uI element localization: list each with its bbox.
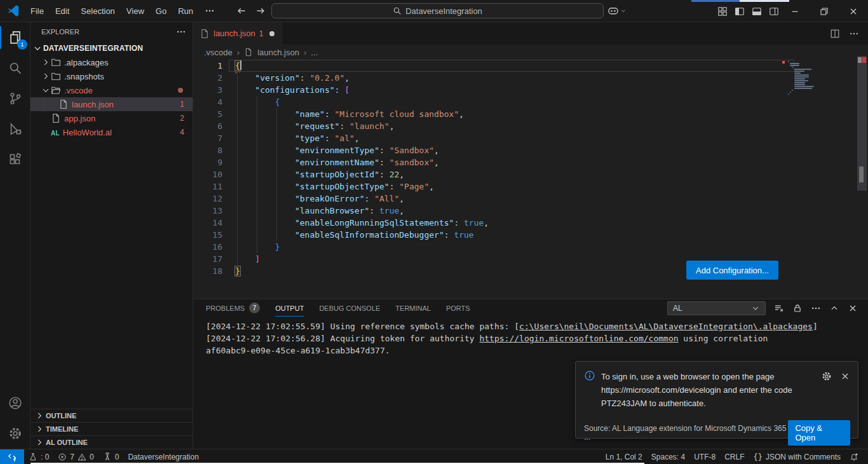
chevron-right-icon bbox=[34, 437, 44, 447]
panel-tab-problems[interactable]: PROBLEMS7 bbox=[206, 299, 260, 317]
section-outline[interactable]: OUTLINE bbox=[31, 409, 193, 422]
explorer-more-actions-icon[interactable] bbox=[176, 27, 186, 37]
remote-indicator[interactable] bbox=[0, 449, 24, 464]
activity-search[interactable] bbox=[0, 53, 31, 83]
modified-dot-icon[interactable] bbox=[269, 31, 275, 36]
breadcrumb: .vscode›launch.json›... bbox=[193, 44, 868, 60]
tree-item-launch-json[interactable]: launch.json1 bbox=[31, 97, 193, 111]
notification-settings-icon[interactable] bbox=[822, 371, 832, 381]
tree-item-snapshots[interactable]: .snapshots bbox=[31, 69, 193, 83]
panel-tab-debug-console[interactable]: DEBUG CONSOLE bbox=[319, 299, 380, 317]
line-number: 18 bbox=[193, 265, 222, 277]
menu-more-icon[interactable] bbox=[199, 6, 220, 16]
indentation[interactable]: Spaces: 4 bbox=[647, 449, 689, 464]
extensions-icon bbox=[8, 153, 22, 167]
restore-icon[interactable] bbox=[810, 0, 839, 22]
file-icon bbox=[244, 48, 253, 57]
panel-tab-terminal[interactable]: TERMINAL bbox=[395, 299, 431, 317]
panel-tab-output[interactable]: OUTPUT bbox=[275, 299, 304, 317]
cursor-position[interactable]: Ln 1, Col 2 bbox=[601, 449, 647, 464]
status-bar: : 0700DataverseIntegration Ln 1, Col 2Sp… bbox=[0, 449, 868, 464]
nav-back-icon[interactable] bbox=[236, 6, 247, 16]
problems-status[interactable]: 70 bbox=[53, 449, 98, 464]
add-configuration-label: Add Configuration... bbox=[696, 266, 769, 275]
project-name[interactable]: DataverseIntegration bbox=[123, 449, 203, 464]
lock-scroll-icon[interactable] bbox=[792, 303, 803, 313]
activity-explorer[interactable]: 1 bbox=[0, 22, 31, 53]
command-center-search[interactable]: DataverseIntegration bbox=[271, 3, 604, 18]
copy-open-button[interactable]: Copy & Open bbox=[788, 420, 850, 446]
breadcrumb-item[interactable]: .vscode bbox=[204, 48, 233, 57]
file-icon bbox=[58, 99, 69, 109]
minimap[interactable] bbox=[788, 61, 826, 95]
line-number: 13 bbox=[193, 205, 222, 217]
accounts-button[interactable] bbox=[0, 388, 31, 418]
layout-controls bbox=[717, 0, 779, 22]
breadcrumb-item[interactable]: ... bbox=[311, 48, 318, 57]
settings-button[interactable] bbox=[0, 418, 31, 449]
tree-item-vscode[interactable]: .vscode bbox=[31, 83, 193, 97]
toggle-sidebar-icon[interactable] bbox=[735, 6, 745, 17]
braces-icon: {} bbox=[754, 453, 763, 461]
al-snapshots-status[interactable]: : 0 bbox=[24, 449, 53, 464]
line-number: 17 bbox=[193, 253, 222, 265]
minimap-line bbox=[794, 84, 806, 85]
copilot-button[interactable] bbox=[607, 5, 627, 17]
encoding[interactable]: UTF-8 bbox=[689, 449, 720, 464]
menu-go[interactable]: Go bbox=[150, 0, 172, 22]
toggle-panel-icon[interactable] bbox=[752, 6, 762, 17]
tree-item-helloworld-al[interactable]: ALHelloWorld.al4 bbox=[31, 125, 193, 139]
minimap-line bbox=[794, 72, 801, 74]
close-window-icon[interactable] bbox=[839, 0, 868, 22]
close-panel-icon[interactable] bbox=[848, 303, 858, 313]
tab-launch-json[interactable]: launch.json 1 bbox=[193, 22, 282, 44]
split-editor-icon[interactable] bbox=[830, 29, 840, 39]
output-link[interactable]: https://login.microsoftonline.com/common bbox=[479, 334, 678, 343]
menu-selection[interactable]: Selection bbox=[75, 0, 120, 22]
code-line-15: 15 "enableSqlInformationDebugger": true bbox=[193, 229, 868, 241]
line-number: 6 bbox=[193, 120, 222, 132]
folder-icon bbox=[51, 85, 61, 95]
line-number: 14 bbox=[193, 217, 222, 229]
eol-sequence[interactable]: CRLF bbox=[720, 449, 749, 464]
editor-more-actions-icon[interactable] bbox=[849, 29, 859, 39]
menu-file[interactable]: File bbox=[25, 0, 50, 22]
section-al-outline[interactable]: AL OUTLINE bbox=[31, 435, 193, 449]
menu-run[interactable]: Run bbox=[172, 0, 199, 22]
search-icon bbox=[393, 6, 402, 15]
minimize-icon[interactable] bbox=[780, 0, 810, 22]
customize-layout-icon[interactable] bbox=[717, 6, 728, 17]
breadcrumb-item[interactable]: launch.json bbox=[257, 48, 299, 57]
notifications-bell[interactable] bbox=[845, 449, 863, 464]
activity-run-debug[interactable] bbox=[0, 114, 31, 144]
section-timeline[interactable]: TIMELINE bbox=[31, 422, 193, 435]
root-folder-label: DATAVERSEINTEGRATION bbox=[43, 44, 143, 53]
code-line-16: 16 } bbox=[193, 241, 868, 253]
panel-more-actions-icon[interactable] bbox=[811, 303, 821, 313]
minimap-line bbox=[794, 78, 806, 79]
add-configuration-button[interactable]: Add Configuration... bbox=[686, 261, 778, 280]
menu-edit[interactable]: Edit bbox=[50, 0, 75, 22]
folder-icon bbox=[51, 57, 61, 67]
activity-extensions[interactable] bbox=[0, 144, 31, 175]
panel-tabs: PROBLEMS7OUTPUTDEBUG CONSOLETERMINALPORT… bbox=[206, 299, 485, 317]
tree-root-folder[interactable]: DATAVERSEINTEGRATION bbox=[31, 41, 193, 55]
problems-count-badge: 2 bbox=[180, 114, 184, 123]
menu-view[interactable]: View bbox=[121, 0, 150, 22]
panel-tab-ports[interactable]: PORTS bbox=[446, 299, 470, 317]
maximize-panel-icon[interactable] bbox=[829, 303, 839, 313]
file-tree: .alpackages.snapshots.vscodelaunch.json1… bbox=[31, 55, 193, 139]
language-mode[interactable]: {}JSON with Comments bbox=[749, 449, 845, 464]
toggle-secondary-sidebar-icon[interactable] bbox=[769, 6, 779, 17]
chevron-down-icon bbox=[41, 85, 51, 95]
tree-item-alpackages[interactable]: .alpackages bbox=[31, 55, 193, 69]
tree-item-app-json[interactable]: app.json2 bbox=[31, 111, 193, 125]
output-channel-select[interactable]: AL bbox=[667, 301, 766, 315]
notification-close-icon[interactable] bbox=[840, 371, 850, 381]
editor-scrollbar[interactable] bbox=[857, 56, 867, 191]
output-link[interactable]: c:\Users\neil\Documents\AL\DataverseInte… bbox=[519, 322, 813, 331]
activity-source-control[interactable] bbox=[0, 83, 31, 114]
nav-forward-icon[interactable] bbox=[255, 6, 266, 16]
clear-output-icon[interactable] bbox=[774, 303, 784, 313]
ports-status[interactable]: 0 bbox=[98, 449, 124, 464]
